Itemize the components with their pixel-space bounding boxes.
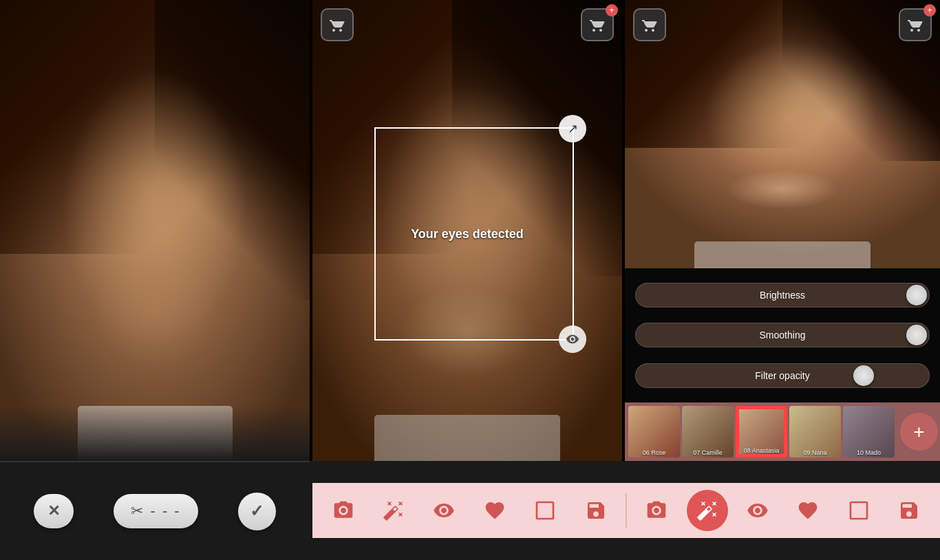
filter-opacity-thumb[interactable]	[853, 365, 874, 386]
smoothing-label: Smoothing	[636, 330, 929, 341]
filter-thumb-06[interactable]: 06 Rose	[628, 406, 680, 457]
add-icon: +	[913, 422, 924, 442]
left-photo	[0, 0, 310, 461]
store-button-right-left[interactable]	[633, 8, 666, 41]
brightness-label: Brightness	[636, 290, 929, 301]
right-photo-area: +	[625, 0, 940, 268]
sliders-area: Brightness Smoothing Filter opacity	[625, 268, 940, 402]
brightness-thumb[interactable]	[906, 285, 927, 305]
brightness-track[interactable]: Brightness	[635, 283, 930, 308]
add-filter-button[interactable]: +	[900, 413, 938, 451]
scissors-button[interactable]: ✂ - - -	[114, 494, 197, 528]
filter-opacity-track[interactable]: Filter opacity	[635, 363, 930, 388]
toolbar-eye2-btn[interactable]	[737, 490, 778, 531]
toolbar-frame2-btn[interactable]	[838, 490, 879, 531]
separator-1	[310, 0, 312, 461]
toolbar-eye-btn[interactable]	[423, 490, 464, 531]
toolbar-left: ✕ ✂ - - - ✓	[0, 461, 310, 560]
filter-opacity-slider-row[interactable]: Filter opacity	[635, 363, 930, 388]
filter-thumb-09[interactable]: 09 Nana	[789, 406, 841, 457]
svg-rect-0	[537, 502, 553, 519]
toolbar-save-btn[interactable]	[575, 490, 617, 531]
scissors-icon: ✂ - - -	[131, 502, 180, 520]
cancel-button[interactable]: ✕	[34, 494, 74, 528]
filter-label-07: 07 Camille	[682, 449, 734, 456]
toolbar-camera2-btn[interactable]	[636, 490, 677, 531]
filter-thumb-07[interactable]: 07 Camille	[682, 406, 734, 457]
filter-strip: 06 Rose 07 Camille 08 Anastasia 09 Nana …	[625, 402, 940, 461]
separator-2	[622, 0, 625, 461]
svg-rect-1	[851, 502, 867, 519]
check-icon: ✓	[250, 502, 264, 521]
filter-label-06: 06 Rose	[628, 449, 680, 456]
right-panel: + Brightness Smoothing Filter opacity	[625, 0, 940, 461]
cancel-icon: ✕	[47, 502, 60, 520]
toolbar-heart-btn[interactable]	[474, 490, 515, 531]
toolbar-right	[312, 483, 940, 538]
toolbar-divider	[626, 493, 627, 528]
toolbar-magic2-btn[interactable]	[687, 490, 728, 531]
toolbar-save2-btn[interactable]	[888, 490, 930, 531]
smoothing-thumb[interactable]	[906, 325, 927, 345]
store-button-right-right[interactable]: +	[899, 8, 932, 41]
filter-thumb-10[interactable]: 10 Mado	[843, 406, 895, 457]
toolbar-heart2-btn[interactable]	[787, 490, 829, 531]
filter-label-09: 09 Nana	[789, 449, 841, 456]
store-button-middle-right[interactable]: +	[581, 8, 614, 41]
filter-thumb-08[interactable]: 08 Anastasia	[736, 406, 787, 457]
brightness-slider-row[interactable]: Brightness	[635, 283, 930, 308]
smoothing-track[interactable]: Smoothing	[635, 323, 930, 347]
bottom-toolbar: ✕ ✂ - - - ✓	[0, 461, 940, 560]
toolbar-camera-btn[interactable]	[323, 490, 364, 531]
filter-opacity-label: Filter opacity	[636, 370, 929, 381]
store-button-middle-left[interactable]	[321, 8, 354, 41]
detection-text: Your eyes detected	[312, 227, 622, 241]
middle-panel: + ↗ Your eyes detected	[312, 0, 622, 461]
filter-label-10: 10 Mado	[843, 449, 895, 456]
confirm-button[interactable]: ✓	[238, 493, 276, 530]
toolbar-frame-btn[interactable]	[524, 490, 566, 531]
filter-label-08: 08 Anastasia	[738, 447, 785, 454]
smoothing-slider-row[interactable]: Smoothing	[635, 323, 930, 347]
toolbar-magic-btn[interactable]	[373, 490, 414, 531]
right-photo	[625, 0, 940, 268]
left-panel	[0, 0, 310, 461]
